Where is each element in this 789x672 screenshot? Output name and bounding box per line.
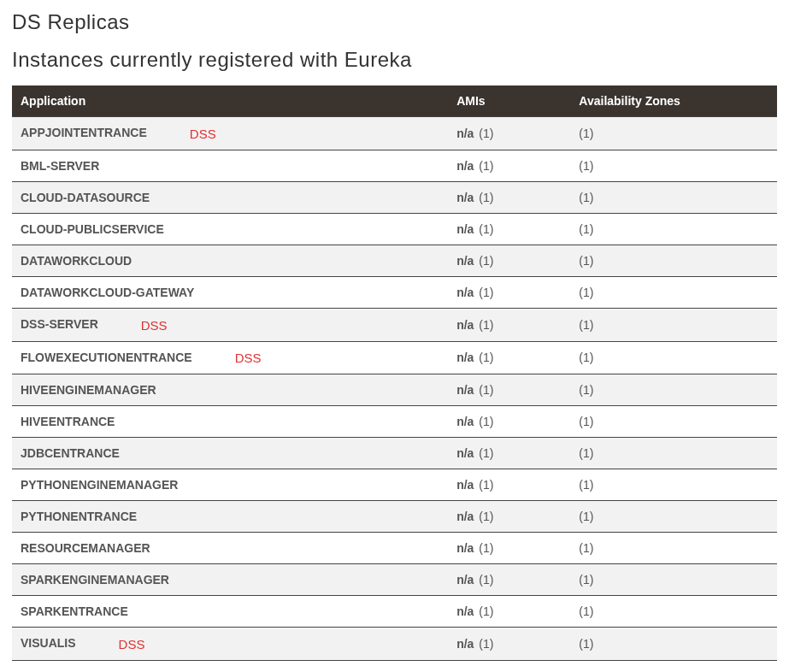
col-header-az: Availability Zones (570, 85, 777, 117)
cell-amis: n/a (1) (448, 245, 570, 276)
table-row: CLOUD-PUBLICSERVICEn/a (1)(1) (12, 213, 777, 245)
ami-label: n/a (456, 415, 474, 428)
ami-count: (1) (475, 478, 493, 492)
ami-count: (1) (475, 573, 493, 587)
ami-count: (1) (475, 415, 493, 428)
application-name: FLOWEXECUTIONENTRANCE (21, 351, 192, 364)
table-row: PYTHONENGINEMANAGERn/a (1)(1) (12, 469, 777, 501)
ami-label: n/a (456, 573, 474, 587)
ami-label: n/a (456, 254, 474, 268)
application-name: CLOUD-DATASOURCE (21, 191, 150, 204)
cell-az: (1) (570, 374, 777, 406)
application-name: SPARKENTRANCE (21, 604, 128, 618)
cell-az: (1) (570, 406, 777, 438)
cell-az: (1) (570, 564, 777, 596)
ami-count: (1) (475, 127, 493, 140)
dss-annotation: DSS (119, 637, 145, 651)
application-name: DSS-SERVER (21, 317, 98, 331)
cell-az: (1) (570, 308, 777, 341)
dss-annotation: DSS (235, 351, 262, 365)
cell-amis: n/a (1) (448, 308, 570, 341)
application-name: VISUALIS (21, 636, 76, 650)
cell-az: (1) (570, 596, 777, 628)
cell-az: (1) (570, 501, 777, 533)
ami-count: (1) (475, 318, 493, 332)
cell-application: RESOURCEMANAGER (12, 533, 448, 564)
cell-application: HIVEENGINEMANAGER (12, 374, 448, 406)
cell-az: (1) (570, 438, 777, 469)
cell-amis: n/a (1) (448, 469, 570, 501)
cell-amis: n/a (1) (448, 181, 570, 213)
cell-application: CLOUD-PUBLICSERVICE (12, 213, 448, 245)
cell-az: (1) (570, 341, 777, 374)
ami-count: (1) (475, 383, 493, 397)
ami-count: (1) (475, 191, 493, 204)
ami-count: (1) (475, 510, 493, 523)
cell-az: (1) (570, 469, 777, 501)
cell-amis: n/a (1) (448, 406, 570, 438)
cell-az: (1) (570, 150, 777, 181)
table-row: BML-SERVERn/a (1)(1) (12, 150, 777, 181)
table-row: APPJOINTENTRANCEDSSn/a (1)(1) (12, 117, 777, 150)
ds-replicas-heading: DS Replicas (12, 10, 777, 34)
ami-label: n/a (456, 318, 474, 332)
application-name: BML-SERVER (21, 159, 99, 173)
table-row: RESOURCEMANAGERn/a (1)(1) (12, 533, 777, 564)
ami-label: n/a (456, 159, 474, 173)
ami-count: (1) (475, 604, 493, 618)
ami-label: n/a (456, 351, 474, 364)
cell-application: DSS-SERVERDSS (12, 308, 448, 341)
table-row: VISUALISDSSn/a (1)(1) (12, 628, 777, 661)
cell-az: (1) (570, 276, 777, 308)
cell-amis: n/a (1) (448, 533, 570, 564)
application-name: DATAWORKCLOUD (21, 254, 132, 268)
cell-amis: n/a (1) (448, 628, 570, 661)
ami-label: n/a (456, 637, 474, 651)
cell-application: SPARKENTRANCE (12, 596, 448, 628)
table-row: DATAWORKCLOUD-GATEWAYn/a (1)(1) (12, 276, 777, 308)
table-row: JDBCENTRANCEn/a (1)(1) (12, 438, 777, 469)
application-name: HIVEENTRANCE (21, 415, 115, 428)
cell-application: JDBCENTRANCE (12, 438, 448, 469)
cell-amis: n/a (1) (448, 501, 570, 533)
application-name: DATAWORKCLOUD-GATEWAY (21, 286, 194, 299)
cell-amis: n/a (1) (448, 564, 570, 596)
dss-annotation: DSS (190, 127, 216, 141)
table-row: SPARKENTRANCEn/a (1)(1) (12, 596, 777, 628)
cell-amis: n/a (1) (448, 117, 570, 150)
cell-application: CLOUD-DATASOURCE (12, 181, 448, 213)
ami-label: n/a (456, 383, 474, 397)
cell-amis: n/a (1) (448, 213, 570, 245)
ami-label: n/a (456, 604, 474, 618)
cell-amis: n/a (1) (448, 276, 570, 308)
ami-label: n/a (456, 510, 474, 523)
col-header-amis: AMIs (448, 85, 570, 117)
application-name: RESOURCEMANAGER (21, 541, 150, 555)
cell-az: (1) (570, 533, 777, 564)
cell-amis: n/a (1) (448, 438, 570, 469)
application-name: PYTHONENGINEMANAGER (21, 478, 178, 492)
ami-count: (1) (475, 254, 493, 268)
cell-amis: n/a (1) (448, 596, 570, 628)
table-row: HIVEENTRANCEn/a (1)(1) (12, 406, 777, 438)
table-row: HIVEENGINEMANAGERn/a (1)(1) (12, 374, 777, 406)
application-name: JDBCENTRANCE (21, 446, 120, 460)
cell-application: VISUALISDSS (12, 628, 448, 661)
cell-application: FLOWEXECUTIONENTRANCEDSS (12, 341, 448, 374)
cell-az: (1) (570, 628, 777, 661)
cell-application: HIVEENTRANCE (12, 406, 448, 438)
ami-count: (1) (475, 286, 493, 299)
cell-application: PYTHONENGINEMANAGER (12, 469, 448, 501)
application-name: APPJOINTENTRANCE (21, 126, 147, 139)
cell-az: (1) (570, 213, 777, 245)
table-row: CLOUD-DATASOURCEn/a (1)(1) (12, 181, 777, 213)
cell-application: SPARKENGINEMANAGER (12, 564, 448, 596)
cell-application: DATAWORKCLOUD-GATEWAY (12, 276, 448, 308)
ami-count: (1) (475, 159, 493, 173)
cell-amis: n/a (1) (448, 150, 570, 181)
application-name: HIVEENGINEMANAGER (21, 383, 156, 397)
ami-count: (1) (475, 351, 493, 364)
table-row: DATAWORKCLOUDn/a (1)(1) (12, 245, 777, 276)
ami-count: (1) (475, 541, 493, 555)
application-name: SPARKENGINEMANAGER (21, 573, 169, 587)
